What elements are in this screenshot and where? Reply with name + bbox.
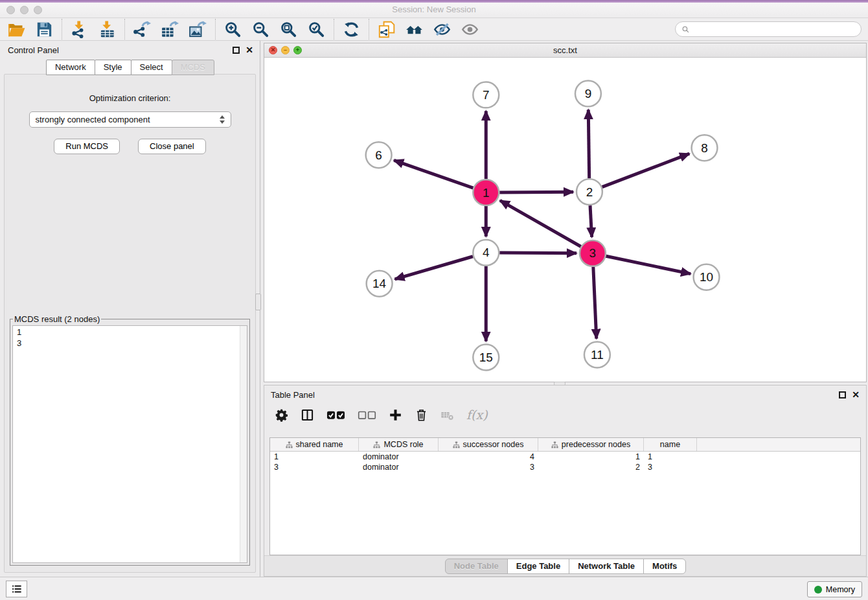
save-session-button[interactable] [36,21,53,38]
network-window-titlebar: ✕ – + scc.txt [264,43,866,58]
column-header-successor-nodes[interactable]: successor nodes [439,438,538,451]
edge-3-to-1[interactable] [500,200,581,246]
settings-icon [275,408,288,422]
table-panel-close-button[interactable]: ✕ [852,391,860,398]
edge-4-to-3[interactable] [499,253,577,253]
graph-node-8[interactable]: 8 [692,135,718,161]
column-header-predecessor-nodes[interactable]: predecessor nodes [538,438,644,451]
go-home-button[interactable] [405,21,423,38]
network-and-table-area: ✕ – + scc.txt 7968124314101511 Table Pan… [261,41,868,577]
graph-node-15[interactable]: 15 [473,345,499,371]
tab-select[interactable]: Select [131,60,172,75]
node-label: 15 [479,351,493,364]
table-cell: 3 [270,463,359,472]
add-entry-button[interactable] [389,408,402,422]
tab-motifs[interactable]: Motifs [643,559,686,574]
graph-node-6[interactable]: 6 [366,142,392,168]
graph-node-10[interactable]: 10 [694,264,720,290]
zoom-fit-button[interactable] [280,21,297,38]
graph-node-4[interactable]: 4 [473,240,499,266]
control-panel-float-button[interactable] [233,47,240,54]
hide-selected-button[interactable] [433,21,451,38]
export-network-button[interactable] [133,21,151,38]
export-table-button[interactable] [161,21,179,38]
table-row[interactable]: 3dominator323 [270,462,860,472]
column-header-MCDS-role[interactable]: MCDS role [359,438,439,451]
edge-1-to-6[interactable] [394,160,473,188]
import-network-button[interactable] [71,21,88,38]
graph-node-11[interactable]: 11 [584,342,610,368]
graph-node-2[interactable]: 2 [577,179,602,205]
edge-2-to-8[interactable] [602,154,689,187]
split-panel-icon [301,408,314,422]
control-panel-tabs: NetworkStyleSelectMCDS [0,60,260,75]
refresh-layout-button[interactable] [343,21,360,38]
export-image-button[interactable] [189,21,207,38]
graph-node-3[interactable]: 3 [580,240,606,266]
toolbar-group [62,21,124,38]
clone-network-button[interactable] [378,21,395,38]
tab-node-table[interactable]: Node Table [445,559,508,574]
node-label: 6 [375,148,382,162]
open-file-button[interactable] [8,21,25,38]
edge-3-to-11[interactable] [593,267,597,339]
edge-4-to-14[interactable] [395,257,474,279]
import-table-button[interactable] [98,21,116,38]
control-panel: Control Panel ✕ NetworkStyleSelectMCDS O… [0,41,260,577]
select-all-check-button[interactable] [326,408,345,422]
delete-entry-button[interactable] [415,408,428,422]
node-label: 3 [589,246,597,260]
edge-2-to-3[interactable] [590,205,592,237]
mcds-result-line: 1 [17,327,243,338]
network-canvas[interactable]: 7968124314101511 [264,58,866,382]
tab-network-table[interactable]: Network Table [569,559,644,574]
tab-edge-table[interactable]: Edge Table [507,559,569,574]
table-tabs-strip: Node TableEdge TableNetwork TableMotifs [264,555,866,576]
graph-node-1[interactable]: 1 [473,179,499,205]
search-input[interactable] [693,24,855,34]
deselect-all-check-button[interactable] [358,408,376,422]
memory-button[interactable]: Memory [807,581,862,597]
show-all-button[interactable] [461,21,479,38]
refresh-layout-icon [343,21,360,38]
add-entry-icon [389,408,402,422]
main-area: Control Panel ✕ NetworkStyleSelectMCDS O… [0,41,868,577]
select-stepper-icon [220,115,225,124]
graph-node-14[interactable]: 14 [367,271,393,297]
optimization-criterion-label: Optimization criterion: [5,93,255,103]
zoom-fit-icon [280,21,297,38]
table-panel-float-button[interactable] [839,391,846,398]
mcds-result-box[interactable]: 13 [12,325,247,563]
edge-1-to-2[interactable] [499,192,573,192]
tab-network[interactable]: Network [46,60,95,75]
result-scrollbar[interactable] [240,326,247,562]
zoom-selected-button[interactable] [308,21,325,38]
zoom-in-button[interactable] [224,21,242,38]
edge-3-to-10[interactable] [606,256,691,273]
column-header-shared-name[interactable]: shared name [270,438,359,451]
graph-node-7[interactable]: 7 [473,82,499,108]
run-mcds-button[interactable]: Run MCDS [54,139,120,154]
task-history-button[interactable] [6,581,27,597]
table-row[interactable]: 1dominator411 [270,452,860,462]
search-field[interactable] [675,21,862,37]
graph-node-9[interactable]: 9 [575,80,601,106]
optimization-criterion-select[interactable]: strongly connected component [29,111,231,128]
mcds-panel: Optimization criterion: strongly connect… [4,74,256,573]
control-panel-close-button[interactable]: ✕ [246,47,253,54]
zoom-out-button[interactable] [252,21,269,38]
close-panel-button[interactable]: Close panel [138,139,206,154]
split-panel-button[interactable] [301,408,314,422]
tab-mcds[interactable]: MCDS [172,60,214,75]
open-file-icon [8,21,25,38]
select-all-check-icon [326,408,345,422]
table-cell: 4 [439,452,538,461]
panel-splitter-grip[interactable] [255,294,261,310]
import-network-icon [71,21,88,38]
delete-table-button [440,408,454,422]
settings-button[interactable] [275,408,288,422]
tab-style[interactable]: Style [95,60,131,75]
column-header-name[interactable]: name [644,438,697,451]
export-image-icon [189,21,207,38]
edge-2-to-9[interactable] [588,110,589,178]
